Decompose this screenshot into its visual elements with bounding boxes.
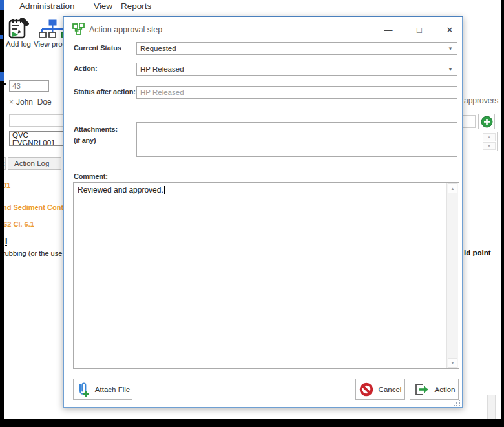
add-log-label: Add log <box>6 40 31 48</box>
screen-frame-right <box>501 0 504 419</box>
empty-input[interactable] <box>9 114 65 127</box>
action-value: HP Released <box>140 65 184 73</box>
add-approver-button[interactable] <box>478 114 495 129</box>
tab-action-log[interactable]: Action Log <box>8 157 61 170</box>
status-after-action-field: HP Released <box>136 86 457 99</box>
dialog-title: Action approval step <box>89 25 162 34</box>
cancel-label: Cancel <box>379 386 402 393</box>
add-log-icon <box>8 18 31 39</box>
action-select[interactable]: HP Released ▼ <box>136 63 457 76</box>
action-label: Action: <box>74 65 97 72</box>
comment-scrollbar[interactable]: ▲ ▼ <box>446 183 458 368</box>
clipped-bold-text: ld point <box>464 249 491 256</box>
screen-frame-bottom <box>0 419 504 427</box>
text-caret <box>164 186 165 194</box>
scroll-up-icon[interactable]: ▲ <box>448 183 457 193</box>
minimize-icon: — <box>384 25 393 35</box>
approvers-label: approvers <box>464 96 498 105</box>
cancel-button[interactable]: Cancel <box>355 379 405 400</box>
action-arrow-icon <box>414 382 430 397</box>
view-progress-label: View prog <box>34 40 67 48</box>
action-button[interactable]: Action <box>410 379 459 400</box>
quantity-stepper[interactable]: ▲ ▼ <box>457 132 498 151</box>
status-after-action-value: HP Released <box>140 89 184 96</box>
screen-frame-left <box>0 0 4 419</box>
menu-item-view[interactable]: View <box>94 1 112 11</box>
attachments-label-2: (if any) <box>74 136 96 144</box>
menu-item-administration[interactable]: Administration <box>19 1 75 11</box>
prohibition-icon <box>359 382 373 397</box>
spin-down-icon[interactable]: ▼ <box>483 142 496 151</box>
close-icon: ✕ <box>446 25 454 35</box>
panel-divider <box>460 65 501 65</box>
code-input[interactable]: QVC EVGNRL001 <box>9 131 65 146</box>
scroll-down-icon[interactable]: ▼ <box>448 358 457 368</box>
current-status-select[interactable]: Requested ▼ <box>136 42 457 55</box>
action-label-btn: Action <box>435 386 456 393</box>
plus-icon <box>481 116 493 128</box>
chevron-down-icon[interactable]: ▼ <box>448 46 453 52</box>
current-status-label: Current Status <box>74 44 121 52</box>
background-scrollbar[interactable] <box>487 395 496 419</box>
approver-tag: ×John Doe <box>9 98 52 107</box>
attachments-list[interactable] <box>136 122 457 157</box>
attach-file-button[interactable]: Attach File <box>73 379 132 400</box>
log-entry-orange: S2 Cl. 6.1 <box>3 220 34 228</box>
log-entry-orange: nd Sediment Control <box>3 203 72 211</box>
attachments-label: Attachments: <box>74 125 118 133</box>
remove-tag-icon[interactable]: × <box>9 98 14 107</box>
comment-label: Comment: <box>74 172 108 180</box>
close-button[interactable]: ✕ <box>439 22 460 37</box>
clipped-heading-fragment: I <box>5 236 7 246</box>
resize-grip[interactable] <box>453 398 461 406</box>
add-log-button[interactable] <box>8 18 31 41</box>
window-fragment <box>0 35 3 39</box>
menu-item-reports[interactable]: Reports <box>121 1 151 11</box>
window-fragment <box>0 72 4 81</box>
minimize-button[interactable]: — <box>378 22 399 37</box>
approver-tag-name: John Doe <box>16 98 52 107</box>
attach-file-label: Attach File <box>95 386 130 393</box>
workflow-icon <box>72 23 85 37</box>
status-after-action-label: Status after action: <box>74 88 136 96</box>
maximize-button[interactable]: □ <box>409 22 430 37</box>
paperclip-icon <box>76 382 90 397</box>
spin-up-icon[interactable]: ▲ <box>483 133 496 141</box>
comment-textarea[interactable]: Reviewed and approved. ▲ ▼ <box>73 182 459 369</box>
maximize-icon: □ <box>417 25 422 35</box>
comment-value: Reviewed and approved. <box>78 185 163 194</box>
log-entry-text: rubbing (or the use o <box>3 249 63 257</box>
window-fragment <box>0 0 4 10</box>
current-status-value: Requested <box>140 45 176 52</box>
action-approval-dialog: Action approval step — □ ✕ Current Statu… <box>63 16 463 408</box>
number-input[interactable]: 43 <box>9 80 49 92</box>
chevron-down-icon[interactable]: ▼ <box>448 67 453 72</box>
